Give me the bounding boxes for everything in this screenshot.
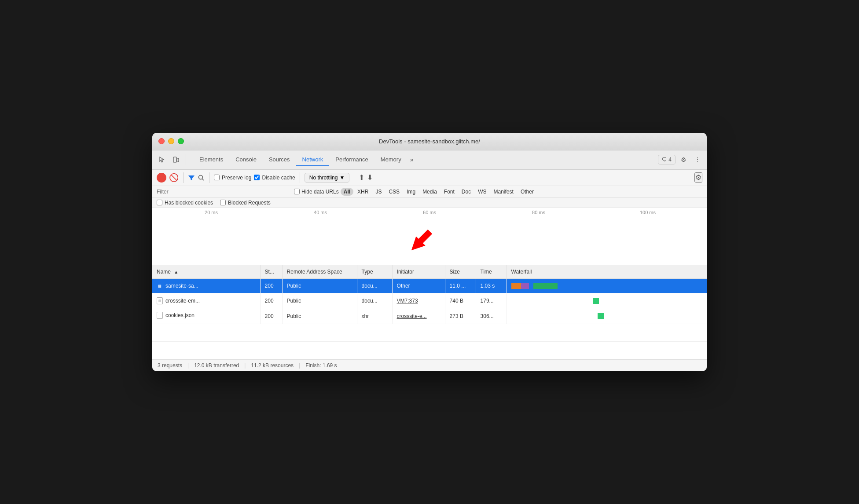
cell-initiator: Other xyxy=(392,278,445,293)
cell-status: 200 xyxy=(260,278,282,293)
waterfall-bars-2 xyxy=(511,298,702,304)
preserve-log-checkbox[interactable] xyxy=(214,175,220,180)
more-options-button[interactable]: ⋮ xyxy=(692,154,703,165)
col-status[interactable]: St... xyxy=(260,265,282,279)
type-filter-ws[interactable]: WS xyxy=(475,188,489,196)
maximize-button[interactable] xyxy=(178,138,184,144)
waterfall-bar-orange xyxy=(511,283,521,289)
svg-marker-4 xyxy=(407,227,435,255)
type-filter-buttons: All XHR JS CSS Img Media Font Doc WS Man… xyxy=(341,188,537,196)
import-button[interactable]: ⬆ xyxy=(359,173,364,182)
tab-memory[interactable]: Memory xyxy=(374,153,407,166)
has-blocked-cookies-label[interactable]: Has blocked cookies xyxy=(157,200,213,206)
type-filter-media[interactable]: Media xyxy=(419,188,440,196)
console-messages-button[interactable]: 🗨 4 xyxy=(658,155,675,164)
tab-elements[interactable]: Elements xyxy=(193,153,229,166)
type-filter-manifest[interactable]: Manifest xyxy=(491,188,517,196)
col-initiator[interactable]: Initiator xyxy=(392,265,445,279)
svg-line-3 xyxy=(202,179,204,180)
tab-network[interactable]: Network xyxy=(296,153,330,166)
cell-remote-address: Public xyxy=(282,293,357,308)
timeline-marker-2: 40 ms xyxy=(266,210,375,215)
type-filter-js[interactable]: JS xyxy=(372,188,385,196)
cell-waterfall xyxy=(507,308,707,324)
cell-status: 200 xyxy=(260,308,282,324)
col-waterfall[interactable]: Waterfall xyxy=(507,265,707,279)
cell-time: 179... xyxy=(476,293,507,308)
throttle-button[interactable]: No throttling ▼ xyxy=(305,173,350,183)
device-toolbar-button[interactable] xyxy=(170,154,182,165)
type-filter-css[interactable]: CSS xyxy=(385,188,403,196)
col-name[interactable]: Name ▲ xyxy=(152,265,260,279)
cell-initiator[interactable]: VM7:373 xyxy=(392,293,445,308)
col-size[interactable]: Size xyxy=(445,265,476,279)
devtools-window: DevTools - samesite-sandbox.glitch.me/ E… xyxy=(152,133,707,372)
table-body: ▤ samesite-sa... 200 Public docu... Othe… xyxy=(152,278,707,359)
tab-console[interactable]: Console xyxy=(229,153,263,166)
search-button[interactable] xyxy=(198,174,205,181)
hide-data-urls-label[interactable]: Hide data URLs xyxy=(294,189,339,195)
timeline-marker-1: 20 ms xyxy=(157,210,266,215)
table-header: Name ▲ St... Remote Address Space Type I… xyxy=(152,265,707,279)
waterfall-bar-green3 xyxy=(598,313,604,319)
filter-divider-3 xyxy=(300,172,300,183)
timeline-marker-4: 80 ms xyxy=(484,210,593,215)
status-requests: 3 requests xyxy=(158,362,182,369)
extra-filters-row: Has blocked cookies Blocked Requests xyxy=(152,198,707,208)
table-row[interactable]: ▤ samesite-sa... 200 Public docu... Othe… xyxy=(152,278,707,293)
network-table: Name ▲ St... Remote Address Space Type I… xyxy=(152,265,707,360)
cell-size: 740 B xyxy=(445,293,476,308)
element-picker-button[interactable] xyxy=(156,154,168,165)
hide-data-urls-checkbox[interactable] xyxy=(294,189,300,194)
waterfall-bar-purple xyxy=(521,283,529,289)
type-filter-other[interactable]: Other xyxy=(518,188,537,196)
tab-bar: Elements Console Sources Network Perform… xyxy=(193,153,416,166)
type-filter-row: Hide data URLs All XHR JS CSS Img Media … xyxy=(152,186,707,198)
disable-cache-label[interactable]: Disable cache xyxy=(254,175,295,181)
status-resources: 11.2 kB resources xyxy=(251,362,294,369)
close-button[interactable] xyxy=(158,138,165,144)
tab-sources[interactable]: Sources xyxy=(263,153,296,166)
has-blocked-cookies-checkbox[interactable] xyxy=(157,200,162,205)
cell-initiator[interactable]: crosssite-e... xyxy=(392,308,445,324)
record-button[interactable] xyxy=(157,173,166,183)
cell-name: cookies.json xyxy=(152,308,260,324)
more-tabs-button[interactable]: » xyxy=(407,154,416,165)
traffic-lights xyxy=(158,138,184,144)
tab-performance[interactable]: Performance xyxy=(329,153,374,166)
cell-name: ▤ crosssite-em... xyxy=(152,293,260,308)
blocked-requests-label[interactable]: Blocked Requests xyxy=(220,200,271,206)
waterfall-bars xyxy=(511,283,702,289)
type-filter-doc[interactable]: Doc xyxy=(459,188,474,196)
export-button[interactable]: ⬇ xyxy=(367,173,373,182)
timeline-marker-3: 60 ms xyxy=(375,210,484,215)
waterfall-bar-green xyxy=(533,283,558,289)
blocked-requests-checkbox[interactable] xyxy=(220,200,226,205)
main-toolbar: Elements Console Sources Network Perform… xyxy=(152,150,707,170)
clear-button[interactable]: 🚫 xyxy=(169,173,179,183)
settings-button[interactable]: ⚙ xyxy=(678,154,689,165)
type-filter-all[interactable]: All xyxy=(341,188,353,196)
status-bar: 3 requests | 12.0 kB transferred | 11.2 … xyxy=(152,359,707,371)
col-remote-address[interactable]: Remote Address Space xyxy=(282,265,357,279)
type-filter-img[interactable]: Img xyxy=(404,188,418,196)
toolbar-divider-1 xyxy=(186,154,186,165)
filter-input[interactable] xyxy=(157,189,289,195)
filter-button[interactable] xyxy=(188,174,195,181)
title-bar: DevTools - samesite-sandbox.glitch.me/ xyxy=(152,133,707,150)
table-row[interactable]: ▤ crosssite-em... 200 Public docu... VM7… xyxy=(152,293,707,308)
type-filter-font[interactable]: Font xyxy=(441,188,458,196)
doc-icon-2: ▤ xyxy=(157,297,163,304)
col-type[interactable]: Type xyxy=(357,265,392,279)
svg-rect-0 xyxy=(173,157,176,162)
network-settings-button[interactable]: ⚙ xyxy=(694,172,702,183)
disable-cache-checkbox[interactable] xyxy=(254,175,260,180)
filter-divider-1 xyxy=(183,172,184,183)
col-time[interactable]: Time xyxy=(476,265,507,279)
cell-time: 1.03 s xyxy=(476,278,507,293)
table-row[interactable]: cookies.json 200 Public xhr crosssite-e.… xyxy=(152,308,707,324)
minimize-button[interactable] xyxy=(168,138,174,144)
arrow-annotation xyxy=(403,223,438,260)
preserve-log-label[interactable]: Preserve log xyxy=(214,175,251,181)
type-filter-xhr[interactable]: XHR xyxy=(354,188,371,196)
